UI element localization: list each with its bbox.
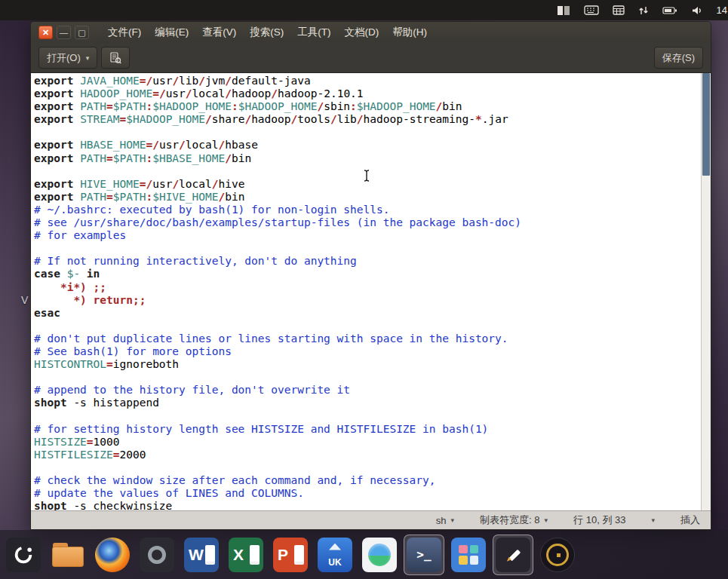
tab-width-selector[interactable]: 制表符宽度: 8 ▾ (480, 513, 548, 527)
code-line: export HBASE_HOME=/usr/local/hbase (34, 139, 702, 152)
code-line (34, 126, 702, 139)
presentation-icon: P (273, 538, 308, 572)
spreadsheet-letter: X (233, 546, 244, 564)
code-line: esac (34, 307, 702, 320)
language-mode-selector[interactable]: sh ▾ (436, 515, 454, 526)
code-line: export JAVA_HOME=/usr/lib/jvm/default-ja… (34, 75, 702, 87)
camera-lens-icon (140, 538, 174, 572)
dock-item-wps-presentation[interactable]: P (270, 535, 311, 575)
scrollbar-thumb[interactable] (702, 73, 710, 176)
presentation-letter: P (278, 546, 288, 564)
writer-icon: W (184, 538, 219, 572)
statusbar: sh ▾ 制表符宽度: 8 ▾ 行 10, 列 33 ▾ 插入 (31, 510, 711, 529)
menu-tools[interactable]: 工具(T) (290, 22, 337, 43)
dock-item-wps-writer[interactable]: W (181, 535, 222, 575)
code-line (34, 461, 702, 474)
cursor-position: 行 10, 列 33 (573, 513, 625, 527)
dock: W X P UK >_ (0, 530, 728, 579)
code-line: export PATH=$PATH:$HADOOP_HOME:$HADOOP_H… (34, 100, 702, 113)
battery-icon[interactable] (662, 6, 677, 15)
tab-width-label: 制表符宽度: 8 (480, 513, 539, 527)
dock-item-software-center[interactable]: UK (315, 535, 355, 575)
code-line: HISTCONTROL=ignoreboth (34, 358, 702, 371)
app-grid-icon (451, 538, 486, 572)
goto-line-dropdown[interactable]: ▾ (651, 516, 655, 524)
dock-item-app-store-grid[interactable] (448, 535, 489, 575)
clock[interactable]: 14 (717, 5, 728, 16)
code-line: export STREAM=$HADOOP_HOME/share/hadoop/… (34, 113, 702, 126)
code-line: # don't put duplicate lines or lines sta… (34, 332, 702, 345)
input-method-icon[interactable] (557, 5, 570, 16)
dock-item-ubuntu-kylin-menu[interactable] (3, 535, 44, 575)
code-line: export HIVE_HOME=/usr/local/hive (34, 178, 702, 191)
dock-item-kylin-assistant[interactable] (537, 535, 578, 575)
code-line: # check the window size after each comma… (34, 474, 702, 487)
menu-help[interactable]: 帮助(H) (386, 22, 434, 43)
spreadsheet-icon: X (229, 538, 263, 572)
chevron-down-icon: ▾ (451, 516, 455, 524)
writer-letter: W (189, 546, 204, 564)
dock-item-files[interactable] (48, 535, 88, 575)
terminal-icon: >_ (407, 538, 441, 572)
vertical-scrollbar[interactable] (701, 73, 711, 510)
menu-documents[interactable]: 文档(D) (338, 22, 386, 43)
sync-arrows-icon[interactable] (638, 5, 649, 16)
code-line (34, 320, 702, 332)
document-selector-button[interactable] (101, 47, 130, 69)
dock-item-browser[interactable] (359, 535, 400, 575)
volume-icon[interactable] (691, 5, 703, 16)
code-line: HISTFILESIZE=2000 (34, 449, 702, 461)
dock-item-screenshot-tool[interactable] (137, 535, 177, 575)
chevron-down-icon: ▾ (86, 54, 90, 62)
desktop-icon-label-fragment: V (21, 294, 28, 306)
insert-mode-label: 插入 (680, 513, 700, 527)
menu-edit[interactable]: 编辑(E) (148, 22, 195, 43)
code-line: case $- in (34, 268, 702, 280)
code-line (34, 242, 702, 255)
document-page-shape (205, 545, 215, 565)
firefox-icon (95, 538, 130, 572)
code-line: *i*) ;; (34, 281, 702, 294)
code-line: # append to the history file, don't over… (34, 384, 702, 397)
dock-item-firefox[interactable] (92, 535, 133, 575)
chevron-down-icon: ▾ (651, 516, 655, 524)
gedit-window: ✕ — ▢ 文件(F) 编辑(E) 查看(V) 搜索(S) 工具(T) 文档(D… (30, 21, 711, 530)
code-line: export PATH=$PATH:$HIVE_HOME/bin (34, 191, 702, 204)
chevron-down-icon: ▾ (545, 516, 548, 524)
terminal-prompt-glyph: >_ (416, 547, 431, 562)
minimize-button[interactable]: — (57, 26, 71, 39)
uk-label: UK (328, 557, 341, 568)
menu-search[interactable]: 搜索(S) (243, 22, 290, 43)
globe-icon (362, 538, 397, 572)
dock-item-terminal[interactable]: >_ (404, 535, 444, 575)
menu-view[interactable]: 查看(V) (195, 22, 243, 43)
editor: export JAVA_HOME=/usr/lib/jvm/default-ja… (31, 73, 711, 510)
insert-mode-indicator: 插入 (680, 513, 700, 527)
open-button-label: 打开(O) (47, 51, 81, 65)
code-line: shopt -s histappend (34, 397, 702, 409)
code-line: # If not running interactively, don't do… (34, 255, 702, 268)
code-line: # ~/.bashrc: executed by bash(1) for non… (34, 204, 702, 216)
titlebar: ✕ — ▢ 文件(F) 编辑(E) 查看(V) 搜索(S) 工具(T) 文档(D… (31, 22, 711, 43)
dock-item-wps-spreadsheet[interactable]: X (226, 535, 266, 575)
save-button[interactable]: 保存(S) (654, 47, 703, 69)
code-line (34, 409, 702, 422)
text-area[interactable]: export JAVA_HOME=/usr/lib/jvm/default-ja… (31, 73, 702, 510)
calendar-icon[interactable] (613, 5, 625, 16)
dock-item-note-editor[interactable] (493, 535, 533, 575)
folder-icon (51, 538, 85, 572)
pen-icon (496, 538, 530, 572)
code-line (34, 371, 702, 384)
menubar: 文件(F) 编辑(E) 查看(V) 搜索(S) 工具(T) 文档(D) 帮助(H… (101, 22, 434, 43)
code-line: export HADOOP_HOME=/usr/local/hadoop/had… (34, 87, 702, 100)
menu-file[interactable]: 文件(F) (101, 22, 148, 43)
open-button[interactable]: 打开(O) ▾ (38, 47, 97, 69)
maximize-button[interactable]: ▢ (75, 26, 89, 39)
close-button[interactable]: ✕ (38, 26, 53, 39)
document-page-shape (294, 545, 304, 565)
software-center-icon: UK (318, 538, 352, 572)
document-page-shape (250, 545, 260, 565)
code-line: *) return;; (34, 294, 702, 307)
code-line: # for setting history length see HISTSIZ… (34, 423, 702, 436)
keyboard-icon[interactable] (584, 5, 599, 16)
